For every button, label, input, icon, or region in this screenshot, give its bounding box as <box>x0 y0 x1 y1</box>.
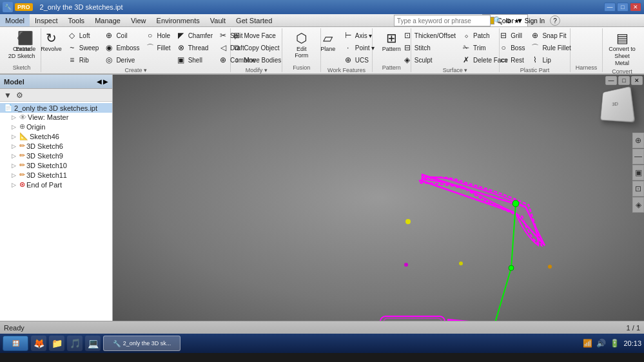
rest-button[interactable]: ▭Rest <box>496 54 527 66</box>
convert-group-label: Convert <box>605 68 639 75</box>
axis-icon: ⊢ <box>343 30 353 41</box>
tree-item-sketch46[interactable]: ▷📐Sketch46 <box>0 131 112 141</box>
sidebar-settings-icon[interactable]: ⚙ <box>14 90 24 100</box>
point-label: Point ▾ <box>355 44 375 52</box>
emboss-icon: ◉ <box>104 43 114 53</box>
rib-button[interactable]: ≡Rib <box>65 54 101 66</box>
sidebar-collapse-icon[interactable]: ◀ <box>97 78 102 85</box>
menu-inspect[interactable]: Inspect <box>30 14 63 26</box>
tree-icon-end-of-part: ⊛ <box>19 180 25 189</box>
menu-manage[interactable]: Manage <box>90 14 126 26</box>
3d-viewport[interactable]: — □ ✕ 3D ⊕ — ▣ ⊡ ◈ <box>113 75 644 321</box>
tree-expand-origin[interactable]: ▷ <box>12 124 18 130</box>
close-button[interactable]: ✕ <box>630 3 641 12</box>
viewport-close-button[interactable]: ✕ <box>631 76 643 85</box>
thicken-button[interactable]: ⊡Thicken/Offset <box>400 30 458 41</box>
sculpt-button[interactable]: ◈Sculpt <box>400 54 458 66</box>
search-icon[interactable]: 🔍 <box>493 16 503 25</box>
snap-fit-button[interactable]: ⊕Snap Fit <box>528 30 572 41</box>
viewport-maximize-button[interactable]: □ <box>618 76 630 85</box>
move-face-button[interactable]: ⊞Move Face <box>229 30 283 41</box>
revolve-icon: ↻ <box>44 30 59 46</box>
panel-btn-3[interactable]: ▣ <box>632 165 644 180</box>
tree-expand-sketch46[interactable]: ▷ <box>12 133 18 140</box>
tree-item-origin[interactable]: ▷⊕Origin <box>0 122 112 131</box>
svg-rect-0 <box>113 75 644 321</box>
edit-form-label: EditForm <box>295 46 308 59</box>
convert-to-sheet-metal-button[interactable]: ▤ Convert toSheet Metal <box>605 30 639 67</box>
lip-button[interactable]: ⌇Lip <box>528 54 572 66</box>
menu-view[interactable]: View <box>126 14 151 26</box>
tree-item-view-master[interactable]: ▷👁View: Master <box>0 113 112 122</box>
tree-expand-sketch9[interactable]: ▷ <box>12 153 18 159</box>
tree-expand-end-of-part[interactable]: ▷ <box>12 182 18 188</box>
tree-item-sketch9[interactable]: ▷✏3D Sketch9 <box>0 151 112 160</box>
derive-button[interactable]: ◎Derive <box>102 54 141 66</box>
revolve-button[interactable]: ↻ Revolve <box>39 30 64 53</box>
menu-environments[interactable]: Environments <box>151 14 205 26</box>
point-button[interactable]: ·Point ▾ <box>341 42 377 53</box>
taskbar-icon-2[interactable]: 📁 <box>49 336 64 351</box>
tree-item-root[interactable]: 📄2_only the 3D sketches.ipt <box>0 103 112 113</box>
shell-icon: ▣ <box>176 55 186 65</box>
signin-button[interactable]: Sign In <box>525 17 545 24</box>
fillet-button[interactable]: ⌒Fillet <box>143 42 173 53</box>
tree-item-sketch11[interactable]: ▷✏3D Sketch11 <box>0 170 112 180</box>
shell-button[interactable]: ▣Shell <box>174 54 215 66</box>
taskbar-icon-3[interactable]: 🎵 <box>67 336 83 351</box>
sidebar-filter-icon[interactable]: ▼ <box>3 90 13 100</box>
start-button[interactable]: 🪟 <box>3 336 28 351</box>
tree-item-sketch10[interactable]: ▷✏3D Sketch10 <box>0 160 112 170</box>
tree-expand-sketch6[interactable]: ▷ <box>12 143 18 149</box>
menu-tools[interactable]: Tools <box>63 14 90 26</box>
loft-button[interactable]: ◇Loft <box>65 30 101 41</box>
move-bodies-button[interactable]: ↕Move Bodies <box>229 54 283 66</box>
maximize-button[interactable]: □ <box>617 3 629 12</box>
stitch-button[interactable]: ⊟Stitch <box>400 42 458 53</box>
viewport-minimize-button[interactable]: — <box>605 76 617 85</box>
tree-expand-sketch10[interactable]: ▷ <box>12 162 18 169</box>
boss-button[interactable]: ○Boss <box>496 42 527 53</box>
panel-btn-2[interactable]: — <box>632 149 644 164</box>
extrude-button[interactable]: ⬛ Extrude <box>14 30 37 53</box>
tree-item-end-of-part[interactable]: ▷⊛End of Part <box>0 180 112 189</box>
edit-form-button[interactable]: ⬡ EditForm <box>290 30 313 59</box>
snap-fit-label: Snap Fit <box>542 32 566 39</box>
combine-icon: ⊕ <box>218 55 228 65</box>
search-input[interactable] <box>394 15 491 26</box>
tree-label-sketch11: 3D Sketch11 <box>26 171 67 179</box>
taskbar-icon-1[interactable]: 🦊 <box>31 336 46 351</box>
ucs-button[interactable]: ⊕UCS <box>341 54 377 66</box>
sidebar-expand-icon[interactable]: ▶ <box>103 78 108 85</box>
coil-button[interactable]: ⊕Coil <box>102 30 141 41</box>
rule-fillet-button[interactable]: ⌒Rule Fillet <box>528 42 572 53</box>
panel-btn-1[interactable]: ⊕ <box>632 133 644 148</box>
chamfer-button[interactable]: ◤Chamfer <box>174 30 215 41</box>
panel-btn-5[interactable]: ◈ <box>632 197 644 213</box>
tree-item-sketch6[interactable]: ▷✏3D Sketch6 <box>0 141 112 151</box>
taskbar-icon-4[interactable]: 💻 <box>85 336 101 351</box>
axis-button[interactable]: ⊢Axis ▾ <box>341 30 377 41</box>
grill-button[interactable]: ⊟Grill <box>496 30 527 41</box>
thread-button[interactable]: ⊗Thread <box>174 42 215 53</box>
tree-expand-sketch11[interactable]: ▷ <box>12 172 18 178</box>
panel-btn-4[interactable]: ⊡ <box>632 181 644 196</box>
menu-model[interactable]: Model <box>0 14 30 26</box>
plane-button[interactable]: ▱ Plane <box>317 30 340 53</box>
minimize-button[interactable]: — <box>604 3 616 12</box>
sweep-button[interactable]: ~Sweep <box>65 42 101 53</box>
emboss-button[interactable]: ◉Emboss <box>102 42 141 53</box>
star-icon[interactable]: ★ <box>514 17 520 24</box>
navigation-cube[interactable]: 3D <box>599 88 638 126</box>
hole-button[interactable]: ○Hole <box>143 30 173 41</box>
status-bar: Ready 1 / 1 <box>0 321 644 334</box>
menu-vault[interactable]: Vault <box>205 14 231 26</box>
help-icon[interactable]: ? <box>550 15 560 26</box>
menu-get-started[interactable]: Get Started <box>231 14 277 26</box>
plastic-part-content: ⊟Grill ○Boss ▭Rest ⊕Snap Fit ⌒Rule Fille… <box>496 30 573 66</box>
delete-face-icon: ✗ <box>461 55 471 65</box>
tree-expand-view-master[interactable]: ▷ <box>12 114 18 120</box>
search-options-icon[interactable]: ⚙ <box>505 17 511 24</box>
copy-object-button[interactable]: ⧉Copy Object <box>229 42 283 53</box>
inventor-taskbar-button[interactable]: 🔧 2_only the 3D sk... <box>103 336 181 351</box>
